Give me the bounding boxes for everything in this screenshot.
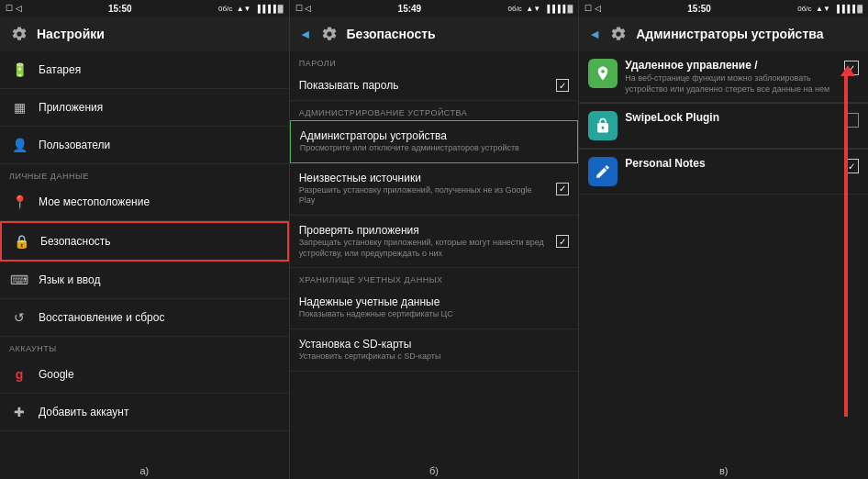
settings-item-battery[interactable]: 🔋 Батарея xyxy=(0,51,289,89)
users-label: Пользователи xyxy=(39,139,280,151)
battery-label: Батарея xyxy=(39,63,280,76)
security-label: Безопасность xyxy=(40,235,278,248)
settings-item-restore[interactable]: ↺ Восстановление и сброс xyxy=(0,299,289,337)
settings-item-trusted-credentials[interactable]: Надежные учетные данные Показывать надеж… xyxy=(290,287,579,329)
unknown-sources-subtitle: Разрешить установку приложений, полученн… xyxy=(299,185,548,206)
add-account-icon: ✚ xyxy=(9,402,29,422)
language-icon: ⌨ xyxy=(9,270,29,290)
settings-item-security[interactable]: 🔒 Безопасность xyxy=(0,221,289,262)
google-icon: g xyxy=(9,364,29,384)
location-label: Мое местоположение xyxy=(39,195,280,208)
google-label: Google xyxy=(39,368,280,381)
settings-item-google[interactable]: g Google xyxy=(0,356,289,394)
admin-item-swipelock[interactable]: SwipeLock Plugin xyxy=(579,104,868,149)
header-c: ◄ Администраторы устройства xyxy=(579,17,868,51)
status-right-icons-c: 0б/с ▲▼ ▐▐▐▐ ▓ xyxy=(797,5,862,13)
header-title-c: Администраторы устройства xyxy=(636,27,823,41)
section-personal-label: ЛИЧНЫЕ ДАННЫЕ xyxy=(0,164,289,184)
language-label: Язык и ввод xyxy=(39,273,280,286)
trusted-credentials-label: Надежные учетные данные xyxy=(299,295,570,308)
settings-item-add-account[interactable]: ✚ Добавить аккаунт xyxy=(0,394,289,431)
section-credentials-label: ХРАНИЛИЩЕ УЧЕТНЫХ ДАННЫХ xyxy=(290,268,579,287)
screen-c: ☐ ◁ 15:50 0б/с ▲▼ ▐▐▐▐ ▓ ◄ Администратор… xyxy=(579,0,868,479)
section-device-admin-label: АДМИНИСТРИРОВАНИЕ УСТРОЙСТВА xyxy=(290,101,579,120)
settings-item-location[interactable]: 📍 Мое местоположение xyxy=(0,184,289,221)
verify-apps-checkbox[interactable]: ✓ xyxy=(556,235,569,248)
red-arrow-head xyxy=(840,65,855,76)
section-passwords-label: ПАРОЛИ xyxy=(290,51,579,71)
status-right-icons-b: 0б/с ▲▼ ▐▐▐▐ ▓ xyxy=(508,5,573,13)
header-title-b: Безопасность xyxy=(347,27,436,41)
show-password-checkbox[interactable]: ✓ xyxy=(556,79,569,92)
install-sd-label: Установка с SD-карты xyxy=(299,338,570,351)
header-title-a: Настройки xyxy=(37,27,105,41)
device-admins-subtitle: Просмотрите или отключите администраторо… xyxy=(300,143,569,154)
gear-icon-a xyxy=(9,24,29,44)
users-icon: 👤 xyxy=(9,135,29,155)
verify-apps-subtitle: Запрещать установку приложений, которые … xyxy=(299,238,548,259)
trusted-credentials-subtitle: Показывать надежные сертификаты ЦС xyxy=(299,309,570,320)
status-left-icons-b: ☐ ◁ xyxy=(295,4,312,13)
settings-item-unknown-sources[interactable]: Неизвестные источники Разрешить установк… xyxy=(290,163,579,216)
header-a: Настройки xyxy=(0,17,289,51)
settings-item-install-sd[interactable]: Установка с SD-карты Установить сертифик… xyxy=(290,329,579,372)
gear-icon-c xyxy=(608,24,629,44)
back-arrow-b[interactable]: ◄ xyxy=(299,27,312,41)
back-arrow-c[interactable]: ◄ xyxy=(588,27,601,41)
admin-item-remote[interactable]: Удаленное управление / На веб-странице ф… xyxy=(579,51,868,103)
status-right-icons-a: 0б/с ▲▼ ▐▐▐▐ ▓ xyxy=(218,5,284,13)
settings-item-users[interactable]: 👤 Пользователи xyxy=(0,127,289,164)
status-bar-c: ☐ ◁ 15:50 0б/с ▲▼ ▐▐▐▐ ▓ xyxy=(579,0,868,17)
verify-apps-label: Проверять приложения xyxy=(299,224,548,237)
install-sd-subtitle: Установить сертификаты с SD-карты xyxy=(299,351,570,362)
unknown-sources-checkbox[interactable]: ✓ xyxy=(556,183,569,195)
remote-mgmt-icon xyxy=(588,59,618,88)
settings-item-language[interactable]: ⌨ Язык и ввод xyxy=(0,262,289,299)
screen-b: ☐ ◁ 15:49 0б/с ▲▼ ▐▐▐▐ ▓ ◄ Безопасность … xyxy=(290,0,580,479)
settings-list-c: Удаленное управление / На веб-странице ф… xyxy=(579,51,868,462)
status-bar-b: ☐ ◁ 15:49 0б/с ▲▼ ▐▐▐▐ ▓ xyxy=(290,0,579,17)
settings-item-verify-apps[interactable]: Проверять приложения Запрещать установку… xyxy=(290,216,579,268)
status-left-icons-c: ☐ ◁ xyxy=(584,4,601,13)
settings-item-show-password[interactable]: Показывать пароль ✓ xyxy=(290,71,579,101)
screen-a-label: а) xyxy=(0,462,289,479)
admin-item-personal-notes[interactable]: Personal Notes ✓ xyxy=(579,150,868,195)
settings-item-apps[interactable]: ▦ Приложения xyxy=(0,89,289,127)
restore-label: Восстановление и сброс xyxy=(39,311,280,324)
settings-item-device-admins[interactable]: Администраторы устройства Просмотрите ил… xyxy=(290,120,579,163)
screen-c-label: в) xyxy=(579,462,868,479)
time-b: 15:49 xyxy=(398,4,422,14)
show-password-label: Показывать пароль xyxy=(299,79,548,92)
settings-list-b: ПАРОЛИ Показывать пароль ✓ АДМИНИСТРИРОВ… xyxy=(290,51,579,462)
unknown-sources-label: Неизвестные источники xyxy=(299,172,548,184)
location-icon: 📍 xyxy=(9,192,29,212)
personal-notes-title: Personal Notes xyxy=(625,157,837,170)
status-bar-a: ☐ ◁ 15:50 0б/с ▲▼ ▐▐▐▐ ▓ xyxy=(0,0,289,17)
time-a: 15:50 xyxy=(108,4,132,14)
time-c: 15:50 xyxy=(687,4,711,14)
screen-a: ☐ ◁ 15:50 0б/с ▲▼ ▐▐▐▐ ▓ Настройки 🔋 Бат… xyxy=(0,0,290,479)
section-accounts-label: АККАУНТЫ xyxy=(0,337,289,356)
remote-mgmt-desc: На веб-странице функции можно заблокиров… xyxy=(625,73,837,95)
restore-icon: ↺ xyxy=(9,307,29,328)
header-b: ◄ Безопасность xyxy=(290,17,579,51)
settings-list-a: 🔋 Батарея ▦ Приложения 👤 Пользователи ЛИ… xyxy=(0,51,289,462)
device-admins-label: Администраторы устройства xyxy=(300,129,569,142)
remote-mgmt-title: Удаленное управление / xyxy=(625,59,837,72)
security-icon: 🔒 xyxy=(11,231,31,251)
status-left-icons-a: ☐ ◁ xyxy=(6,4,22,13)
personal-notes-icon xyxy=(588,157,618,186)
apps-label: Приложения xyxy=(39,101,280,114)
screen-b-label: б) xyxy=(290,462,579,479)
battery-icon: 🔋 xyxy=(9,60,29,80)
swipelock-icon xyxy=(588,111,618,140)
apps-icon: ▦ xyxy=(9,97,29,117)
swipelock-title: SwipeLock Plugin xyxy=(625,111,837,124)
red-arrow-line xyxy=(844,70,848,417)
gear-icon-b xyxy=(319,24,339,44)
add-account-label: Добавить аккаунт xyxy=(39,406,280,418)
